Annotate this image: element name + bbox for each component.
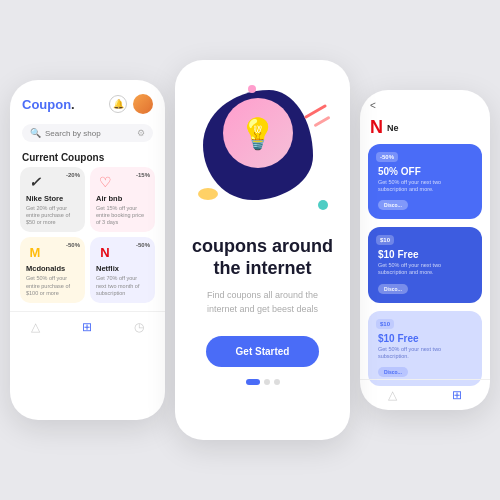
offer-cards: -50% 50% OFF Get 50% off your next two s… [360, 144, 490, 386]
coupon-name-mcdonalds: Mcdonalds [26, 264, 79, 273]
coupon-badge-nike: -20% [66, 172, 80, 178]
brand-name: Ne [387, 123, 399, 133]
left-phone-header: Coupon. 🔔 [10, 80, 165, 120]
dot-2[interactable] [264, 379, 270, 385]
pagination-dots [246, 379, 280, 385]
section-title: Current Coupons [10, 146, 165, 167]
coupon-card-mcdonalds[interactable]: -50% M Mcdonalds Get 50% off your entire… [20, 237, 85, 302]
offer-badge-3: $10 [376, 319, 394, 329]
header-icons: 🔔 [109, 94, 153, 114]
coupon-card-airbnb[interactable]: -15% ♡ Air bnb Get 15% off your entire b… [90, 167, 155, 232]
back-button[interactable]: < [370, 100, 376, 111]
offer-subtitle-1: Get 50% off your next two subscription a… [378, 179, 472, 193]
center-body: 💡 coupons around the internet Find coupo… [175, 60, 350, 440]
coupon-desc-mcdonalds: Get 50% off your entire purchase of $100… [26, 275, 79, 296]
coupon-badge-airbnb: -15% [136, 172, 150, 178]
bottom-nav-left: △ ⊞ ◷ [10, 311, 165, 342]
offer-title-3: $10 Free [378, 333, 472, 344]
center-description: Find coupons all around the internet and… [191, 289, 334, 316]
phone-right: < N Ne -50% 50% OFF Get 50% off your nex… [360, 90, 490, 410]
netflix-logo: N [96, 243, 114, 261]
offer-badge-2: $10 [376, 235, 394, 245]
nav-home-icon-right[interactable]: △ [388, 388, 397, 402]
coupon-desc-netflix: Get 70% off your next two month of subsc… [96, 275, 149, 296]
coupon-card-nike[interactable]: -20% ✓ Nike Store Get 20% off your entir… [20, 167, 85, 232]
airbnb-logo: ♡ [96, 173, 114, 191]
coupon-name-netflix: Netflix [96, 264, 149, 273]
offer-btn-2[interactable]: Disco... [378, 284, 408, 294]
offer-title-2: $10 Free [378, 249, 472, 260]
search-input[interactable] [45, 129, 125, 138]
nav-home-icon[interactable]: △ [31, 320, 40, 334]
offer-subtitle-3: Get 50% off your next two subscription. [378, 346, 472, 360]
deco-dash-red [303, 104, 326, 119]
dot-3[interactable] [274, 379, 280, 385]
app-logo: Coupon. [22, 97, 75, 112]
deco-dot-yellow [198, 188, 218, 200]
coupon-name-airbnb: Air bnb [96, 194, 149, 203]
coupon-desc-airbnb: Get 15% off your entire booking price of… [96, 205, 149, 226]
offer-btn-3[interactable]: Disco... [378, 367, 408, 377]
center-title: coupons around the internet [191, 236, 334, 279]
search-bar[interactable]: 🔍 ⚙ [22, 124, 153, 142]
offer-btn-1[interactable]: Disco... [378, 200, 408, 210]
lightbulb-icon: 💡 [223, 98, 293, 168]
offer-card-3[interactable]: $10 $10 Free Get 50% off your next two s… [368, 311, 482, 386]
illustration: 💡 [193, 80, 333, 220]
coupon-desc-nike: Get 20% off your entire purchase of $50 … [26, 205, 79, 226]
notification-icon[interactable]: 🔔 [109, 95, 127, 113]
offer-card-2[interactable]: $10 $10 Free Get 50% off your next two s… [368, 227, 482, 302]
filter-icon[interactable]: ⚙ [137, 128, 145, 138]
offer-title-1: 50% OFF [378, 166, 472, 177]
avatar[interactable] [133, 94, 153, 114]
mcdonalds-logo: M [26, 243, 44, 261]
deco-dash-pink [313, 116, 330, 128]
coupon-badge-mcdonalds: -50% [66, 242, 80, 248]
phone-left: Coupon. 🔔 🔍 ⚙ Current Coupons -20% ✓ Nik… [10, 80, 165, 420]
nav-grid-icon-right[interactable]: ⊞ [452, 388, 462, 402]
brand-header: N Ne [360, 117, 490, 144]
search-icon: 🔍 [30, 128, 41, 138]
bottom-nav-right: △ ⊞ [360, 379, 490, 410]
right-phone-header: < [360, 90, 490, 117]
nav-grid-icon[interactable]: ⊞ [82, 320, 92, 334]
coupon-name-nike: Nike Store [26, 194, 79, 203]
dot-1[interactable] [246, 379, 260, 385]
netflix-n-logo: N [370, 117, 383, 138]
offer-badge-1: -50% [376, 152, 398, 162]
coupon-card-netflix[interactable]: -50% N Netflix Get 70% off your next two… [90, 237, 155, 302]
coupon-badge-netflix: -50% [136, 242, 150, 248]
get-started-button[interactable]: Get Started [206, 336, 320, 367]
deco-dot-green [318, 200, 328, 210]
nike-logo: ✓ [26, 173, 44, 191]
coupon-grid: -20% ✓ Nike Store Get 20% off your entir… [10, 167, 165, 303]
deco-dot-pink [248, 85, 256, 93]
nav-clock-icon[interactable]: ◷ [134, 320, 144, 334]
offer-card-1[interactable]: -50% 50% OFF Get 50% off your next two s… [368, 144, 482, 219]
phone-center: 💡 coupons around the internet Find coupo… [175, 60, 350, 440]
offer-subtitle-2: Get 50% off your next two subscription a… [378, 262, 472, 276]
